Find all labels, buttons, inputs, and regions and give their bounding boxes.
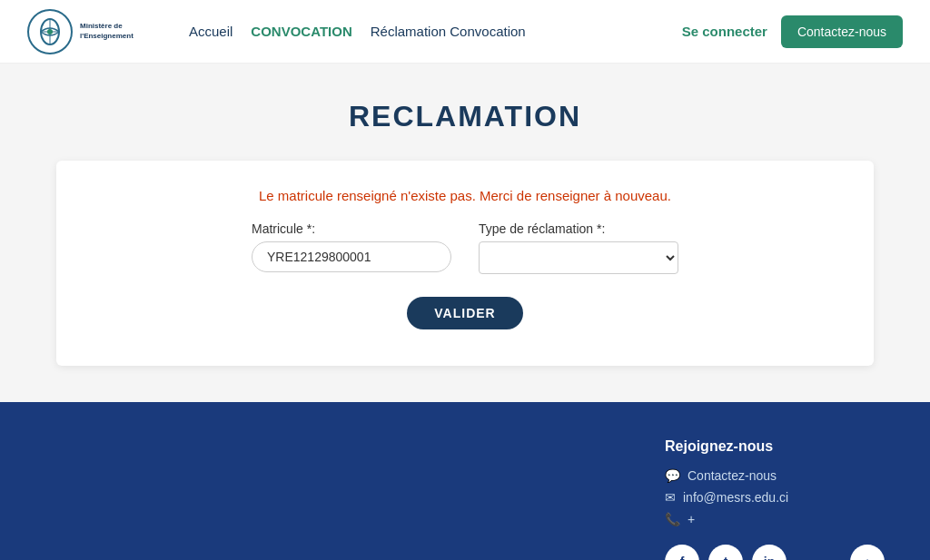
footer-contact-item: 💬 Contactez-nous	[665, 468, 885, 483]
nav-reclamation[interactable]: Réclamation Convocation	[371, 24, 526, 39]
nav-convocation[interactable]: CONVOCATION	[251, 24, 351, 39]
footer-phone-text: +	[688, 512, 695, 526]
footer-email-item: ✉ info@mesrs.edu.ci	[665, 490, 885, 505]
header-left: Ministère de l'Enseignement Accueil CONV…	[27, 9, 526, 54]
footer-phone-item: 📞 +	[665, 512, 885, 526]
submit-row: VALIDER	[93, 297, 837, 329]
facebook-button[interactable]: f	[665, 545, 699, 560]
submit-button[interactable]: VALIDER	[407, 297, 522, 329]
matricule-group: Matricule *:	[252, 221, 451, 274]
footer-join-section: Rejoignez-nous 💬 Contactez-nous ✉ info@m…	[665, 438, 885, 560]
matricule-input[interactable]	[252, 241, 451, 272]
error-message: Le matricule renseigné n'existe pas. Mer…	[93, 188, 837, 203]
logo-text: Ministère de l'Enseignement	[80, 22, 162, 41]
logo-icon	[34, 15, 66, 48]
form-row: Matricule *: Type de réclamation *:	[93, 221, 837, 274]
phone-icon: 📞	[665, 512, 680, 526]
header: Ministère de l'Enseignement Accueil CONV…	[0, 0, 930, 64]
nav-accueil[interactable]: Accueil	[189, 24, 232, 39]
contact-header-button[interactable]: Contactez-nous	[781, 15, 903, 48]
chat-icon: 💬	[665, 468, 680, 483]
main-content: RECLAMATION Le matricule renseigné n'exi…	[0, 64, 930, 402]
type-reclamation-group: Type de réclamation *:	[479, 221, 678, 274]
footer-email-text[interactable]: info@mesrs.edu.ci	[683, 490, 788, 505]
footer: Rejoignez-nous 💬 Contactez-nous ✉ info@m…	[0, 402, 930, 560]
home-button[interactable]: ⌂	[850, 545, 885, 560]
matricule-label: Matricule *:	[252, 221, 451, 236]
nav: Accueil CONVOCATION Réclamation Convocat…	[189, 24, 526, 39]
footer-join-title: Rejoignez-nous	[665, 438, 885, 455]
twitter-button[interactable]: t	[708, 545, 743, 560]
page-title: RECLAMATION	[18, 100, 912, 133]
form-card: Le matricule renseigné n'existe pas. Mer…	[56, 161, 874, 366]
header-right: Se connecter Contactez-nous	[682, 15, 903, 48]
logo-circle	[27, 9, 73, 54]
social-row: f t in ⌂	[665, 545, 885, 560]
footer-links-list: 💬 Contactez-nous ✉ info@mesrs.edu.ci 📞 +	[665, 468, 885, 526]
logo-container: Ministère de l'Enseignement	[27, 9, 162, 54]
linkedin-button[interactable]: in	[752, 545, 787, 560]
type-reclamation-label: Type de réclamation *:	[479, 221, 678, 236]
footer-content: Rejoignez-nous 💬 Contactez-nous ✉ info@m…	[45, 438, 885, 560]
type-reclamation-select[interactable]	[479, 241, 678, 274]
footer-contact-text[interactable]: Contactez-nous	[688, 468, 777, 483]
svg-point-3	[47, 29, 53, 34]
login-link[interactable]: Se connecter	[682, 24, 767, 39]
email-icon: ✉	[665, 490, 676, 505]
